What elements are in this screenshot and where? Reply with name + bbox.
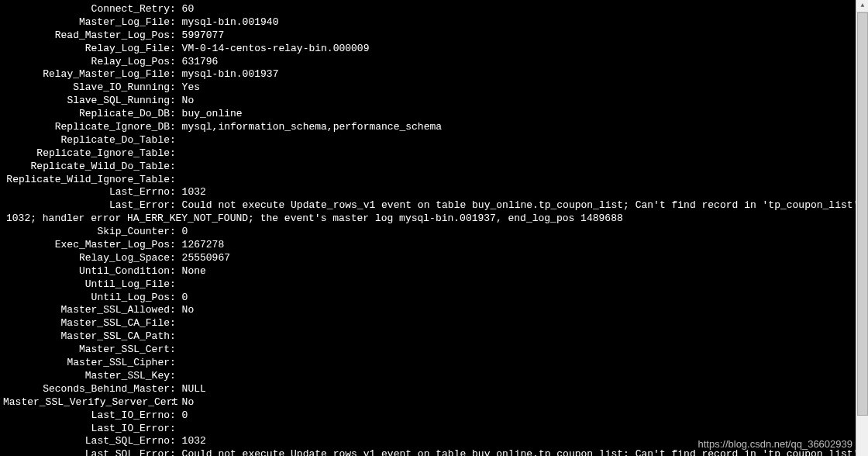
field-label: Skip_Counter: [3, 226, 170, 239]
field-value: Yes: [182, 81, 200, 93]
field-label: Replicate_Ignore_DB: [3, 121, 170, 134]
field-label: Replicate_Wild_Ignore_Table: [3, 174, 170, 187]
status-row: Last_IO_Errno: 0: [3, 409, 856, 423]
field-label: Last_IO_Error: [3, 423, 170, 436]
field-label: Seconds_Behind_Master: [3, 383, 170, 396]
field-label: Relay_Log_File: [3, 43, 170, 56]
status-row: Slave_IO_Running: Yes: [3, 81, 856, 95]
field-label: Master_SSL_Cipher: [3, 357, 170, 370]
chevron-up-icon: ▲: [861, 2, 865, 9]
field-label: Relay_Master_Log_File: [3, 68, 170, 81]
status-row: Seconds_Behind_Master: NULL: [3, 383, 856, 396]
field-label: Last_SQL_Error: [3, 448, 170, 456]
status-row: Replicate_Wild_Do_Table:: [3, 161, 856, 174]
field-label: Exec_Master_Log_Pos: [3, 239, 170, 252]
field-value: 0: [182, 226, 188, 237]
status-row: Master_SSL_Allowed: No: [3, 304, 856, 317]
field-value: 5997077: [182, 29, 225, 41]
status-row: Master_SSL_Cert:: [3, 344, 856, 357]
field-label: Relay_Log_Space: [3, 252, 170, 265]
status-row: Skip_Counter: 0: [3, 226, 856, 239]
field-value: 25550967: [182, 252, 230, 264]
field-value: buy_online: [182, 108, 243, 119]
status-row: Until_Condition: None: [3, 265, 856, 278]
field-label: Last_IO_Errno: [3, 409, 170, 423]
field-value: 1032: [182, 435, 206, 447]
status-row: Last_Errno: 1032: [3, 186, 856, 199]
status-row: Replicate_Ignore_DB: mysql,information_s…: [3, 121, 856, 134]
status-row: Replicate_Wild_Ignore_Table:: [3, 174, 856, 187]
status-row: Slave_SQL_Running: No: [3, 95, 856, 108]
status-row: Relay_Log_File: VM-0-14-centos-relay-bin…: [3, 43, 856, 56]
field-label: Last_Errno: [3, 186, 170, 199]
field-label: Replicate_Wild_Do_Table: [3, 161, 170, 174]
status-row: Master_SSL_Key:: [3, 370, 856, 383]
vertical-scrollbar[interactable]: ▲: [856, 0, 868, 456]
field-value: No: [182, 396, 195, 408]
field-label: Slave_IO_Running: [3, 81, 170, 95]
field-value: mysql,information_schema,performance_sch…: [182, 121, 442, 133]
field-label: Master_SSL_CA_File: [3, 317, 170, 330]
status-row: Read_Master_Log_Pos: 5997077: [3, 29, 856, 43]
status-row: Relay_Log_Space: 25550967: [3, 252, 856, 265]
scrollbar-up-button[interactable]: ▲: [856, 0, 868, 12]
status-row: Replicate_Ignore_Table:: [3, 147, 856, 161]
field-value: No: [182, 304, 195, 316]
field-label: Read_Master_Log_Pos: [3, 29, 170, 43]
status-row: Replicate_Do_DB: buy_online: [3, 108, 856, 121]
field-label: Replicate_Do_DB: [3, 108, 170, 121]
field-value: None: [182, 265, 206, 277]
field-value: 631796: [182, 56, 219, 67]
status-row: Exec_Master_Log_Pos: 1267278: [3, 239, 856, 252]
field-label: Slave_SQL_Running: [3, 95, 170, 108]
status-row: Master_SSL_CA_Path:: [3, 330, 856, 344]
field-label: Until_Condition: [3, 265, 170, 278]
field-label: Master_SSL_CA_Path: [3, 330, 170, 344]
status-row: Master_SSL_CA_File:: [3, 317, 856, 330]
field-label: Master_SSL_Allowed: [3, 304, 170, 317]
field-value: 1267278: [182, 239, 225, 250]
field-label: Master_SSL_Cert: [3, 344, 170, 357]
field-label: Until_Log_File: [3, 278, 170, 292]
status-row: Connect_Retry: 60: [3, 3, 856, 16]
field-label: Relay_Log_Pos: [3, 56, 170, 69]
field-value: 0: [182, 409, 188, 421]
field-label: Last_Error: [3, 199, 170, 212]
field-value: 1032: [182, 186, 206, 198]
terminal-output: Connect_Retry: 60 Master_Log_File: mysql…: [0, 0, 856, 456]
status-row: Replicate_Do_Table:: [3, 134, 856, 147]
field-value: mysql-bin.001940: [182, 16, 279, 28]
status-row: Last_Error: Could not execute Update_row…: [3, 199, 856, 212]
field-label: Master_Log_File: [3, 16, 170, 29]
field-label: Last_SQL_Errno: [3, 435, 170, 448]
status-row: Master_Log_File: mysql-bin.001940: [3, 16, 856, 29]
field-value: 60: [182, 3, 195, 15]
field-value: mysql-bin.001937: [182, 68, 279, 80]
field-value: Could not execute Update_rows_v1 event o…: [182, 199, 856, 211]
status-row: Until_Log_File:: [3, 278, 856, 292]
field-value: VM-0-14-centos-relay-bin.000009: [182, 43, 370, 54]
field-label: Until_Log_Pos: [3, 292, 170, 305]
field-label: Connect_Retry: [3, 3, 170, 16]
field-value: NULL: [182, 383, 206, 395]
scrollbar-thumb[interactable]: [857, 12, 868, 416]
status-row: Relay_Master_Log_File: mysql-bin.001937: [3, 68, 856, 81]
field-value: No: [182, 95, 195, 106]
status-row: Until_Log_Pos: 0: [3, 292, 856, 305]
status-row: Relay_Log_Pos: 631796: [3, 56, 856, 69]
watermark-text: https://blog.csdn.net/qq_36602939: [698, 438, 853, 451]
field-value: 0: [182, 292, 188, 303]
field-label: Replicate_Ignore_Table: [3, 147, 170, 161]
status-row: Master_SSL_Cipher:: [3, 357, 856, 370]
field-label: Replicate_Do_Table: [3, 134, 170, 147]
field-label: Master_SSL_Key: [3, 370, 170, 383]
field-label: Master_SSL_Verify_Server_Cert: [3, 396, 170, 409]
status-row: Master_SSL_Verify_Server_Cert: No: [3, 396, 856, 409]
status-row: Last_IO_Error:: [3, 423, 856, 436]
scrollbar-track[interactable]: [856, 12, 868, 456]
error-continuation: 1032; handler error HA_ERR_KEY_NOT_FOUND…: [3, 212, 856, 226]
